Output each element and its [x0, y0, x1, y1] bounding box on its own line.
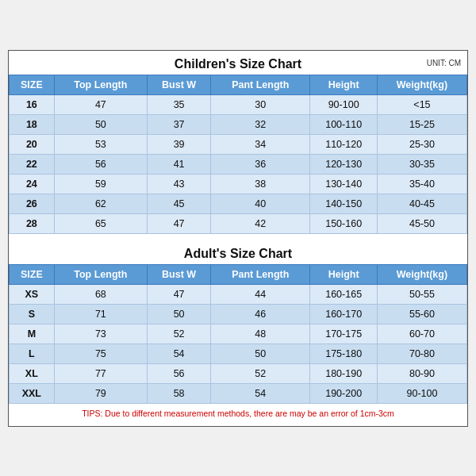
table-cell: 180-190 [310, 363, 378, 383]
table-cell: 130-140 [310, 174, 378, 194]
table-cell: 68 [54, 284, 147, 304]
table-cell: 56 [147, 363, 210, 383]
table-cell: 77 [54, 363, 147, 383]
table-cell: 18 [10, 114, 55, 134]
table-cell: 48 [211, 324, 310, 344]
table-cell: 40-45 [377, 194, 466, 213]
table-cell: S [10, 304, 55, 324]
table-cell: 43 [147, 174, 210, 194]
table-cell: 32 [211, 114, 310, 134]
adult-header-row: SIZE Top Length Bust W Pant Length Heigh… [10, 264, 467, 284]
table-cell: 190-200 [310, 383, 378, 403]
col-header-size: SIZE [10, 75, 55, 94]
table-cell: 100-110 [310, 114, 378, 134]
table-row: 1647353090-100<15 [10, 94, 467, 114]
unit-label: UNIT: CM [427, 59, 461, 67]
table-cell: 80-90 [377, 363, 466, 383]
table-row: 28654742150-16045-50 [10, 213, 467, 233]
table-cell: 20 [10, 134, 55, 154]
adult-col-header-height: Height [310, 264, 378, 284]
table-cell: 38 [211, 174, 310, 194]
children-title-text: Children's Size Chart [175, 57, 301, 71]
table-row: XL775652180-19080-90 [10, 363, 467, 383]
table-cell: 26 [10, 194, 55, 213]
table-cell: 53 [54, 134, 147, 154]
table-cell: 170-175 [310, 324, 378, 344]
table-cell: 70-80 [377, 344, 466, 363]
table-cell: 15-25 [377, 114, 466, 134]
table-cell: 24 [10, 174, 55, 194]
table-cell: 47 [147, 213, 210, 233]
table-cell: <15 [377, 94, 466, 114]
adult-col-header-bust-w: Bust W [147, 264, 210, 284]
table-cell: 50-55 [377, 284, 466, 304]
table-cell: 56 [54, 154, 147, 174]
table-cell: 39 [147, 134, 210, 154]
table-cell: 59 [54, 174, 147, 194]
table-cell: 50 [54, 114, 147, 134]
table-row: XS684744160-16550-55 [10, 284, 467, 304]
table-row: 24594338130-14035-40 [10, 174, 467, 194]
table-row: 18503732100-11015-25 [10, 114, 467, 134]
table-cell: 46 [211, 304, 310, 324]
table-cell: 58 [147, 383, 210, 403]
table-cell: 28 [10, 213, 55, 233]
table-cell: 50 [211, 344, 310, 363]
table-cell: 16 [10, 94, 55, 114]
table-cell: 30 [211, 94, 310, 114]
table-cell: 60-70 [377, 324, 466, 344]
table-cell: 34 [211, 134, 310, 154]
table-cell: 120-130 [310, 154, 378, 174]
adult-col-header-pant-length: Pant Length [211, 264, 310, 284]
table-cell: 47 [54, 94, 147, 114]
table-row: 26624540140-15040-45 [10, 194, 467, 213]
adult-title-text: Adult's Size Chart [184, 247, 292, 260]
table-cell: 45-50 [377, 213, 466, 233]
table-cell: 25-30 [377, 134, 466, 154]
table-cell: XXL [10, 383, 55, 403]
children-size-table: SIZE Top Length Bust W Pant Length Heigh… [9, 75, 467, 234]
table-cell: XS [10, 284, 55, 304]
table-cell: 71 [54, 304, 147, 324]
table-cell: 65 [54, 213, 147, 233]
chart-container: Children's Size Chart UNIT: CM SIZE Top … [8, 50, 468, 427]
adult-section-title: Adult's Size Chart [9, 240, 467, 264]
col-header-top-length: Top Length [54, 75, 147, 94]
table-cell: 90-100 [377, 383, 466, 403]
col-header-pant-length: Pant Length [211, 75, 310, 94]
table-cell: 160-170 [310, 304, 378, 324]
table-row: 20533934110-12025-30 [10, 134, 467, 154]
table-row: 22564136120-13030-35 [10, 154, 467, 174]
table-cell: 79 [54, 383, 147, 403]
table-cell: 140-150 [310, 194, 378, 213]
table-row: S715046160-17055-60 [10, 304, 467, 324]
table-cell: 30-35 [377, 154, 466, 174]
table-cell: 35 [147, 94, 210, 114]
table-cell: 110-120 [310, 134, 378, 154]
table-cell: 52 [147, 324, 210, 344]
children-header-row: SIZE Top Length Bust W Pant Length Heigh… [10, 75, 467, 94]
table-cell: 40 [211, 194, 310, 213]
tips-text: TIPS: Due to different measurement metho… [9, 404, 467, 420]
table-cell: 37 [147, 114, 210, 134]
section-divider [9, 234, 467, 239]
table-cell: 41 [147, 154, 210, 174]
col-header-weight: Weight(kg) [377, 75, 466, 94]
children-section-title: Children's Size Chart UNIT: CM [9, 51, 467, 75]
table-cell: 55-60 [377, 304, 466, 324]
table-cell: 62 [54, 194, 147, 213]
table-cell: 175-180 [310, 344, 378, 363]
adult-size-table: SIZE Top Length Bust W Pant Length Heigh… [9, 264, 467, 404]
table-cell: 44 [211, 284, 310, 304]
col-header-bust-w: Bust W [147, 75, 210, 94]
table-cell: 75 [54, 344, 147, 363]
table-cell: 52 [211, 363, 310, 383]
table-cell: 150-160 [310, 213, 378, 233]
adult-col-header-top-length: Top Length [54, 264, 147, 284]
adult-col-header-size: SIZE [10, 264, 55, 284]
table-cell: 73 [54, 324, 147, 344]
table-cell: 50 [147, 304, 210, 324]
table-cell: M [10, 324, 55, 344]
col-header-height: Height [310, 75, 378, 94]
table-cell: 22 [10, 154, 55, 174]
